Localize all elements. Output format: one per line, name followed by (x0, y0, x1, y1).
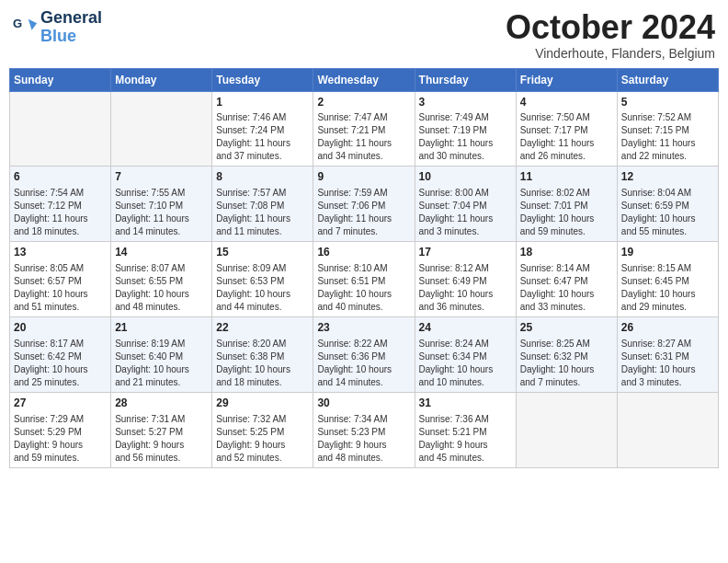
day-number: 27 (14, 396, 107, 411)
calendar-cell: 25Sunrise: 8:25 AMSunset: 6:32 PMDayligh… (516, 316, 617, 392)
day-number: 2 (317, 95, 410, 110)
day-number: 23 (317, 320, 410, 336)
calendar-cell: 3Sunrise: 7:49 AMSunset: 7:19 PMDaylight… (415, 91, 516, 167)
page-header: G General Blue October 2024 Vinderhoute,… (9, 9, 719, 61)
day-number: 5 (621, 95, 714, 110)
calendar-cell: 18Sunrise: 8:14 AMSunset: 6:47 PMDayligh… (516, 242, 617, 317)
calendar-cell (10, 91, 111, 167)
calendar-cell: 22Sunrise: 8:20 AMSunset: 6:38 PMDayligh… (212, 316, 313, 392)
day-number: 9 (317, 169, 410, 185)
svg-text:G: G (13, 17, 22, 30)
calendar-week-row: 20Sunrise: 8:17 AMSunset: 6:42 PMDayligh… (10, 316, 719, 392)
calendar-cell: 1Sunrise: 7:46 AMSunset: 7:24 PMDaylight… (212, 91, 313, 167)
calendar-cell: 15Sunrise: 8:09 AMSunset: 6:53 PMDayligh… (212, 242, 313, 317)
day-number: 16 (317, 245, 410, 260)
calendar-week-row: 27Sunrise: 7:29 AMSunset: 5:29 PMDayligh… (10, 392, 719, 467)
day-header-tuesday: Tuesday (212, 68, 313, 91)
calendar-header-row: SundayMondayTuesdayWednesdayThursdayFrid… (10, 68, 719, 91)
calendar-week-row: 1Sunrise: 7:46 AMSunset: 7:24 PMDaylight… (10, 91, 719, 167)
day-number: 29 (216, 396, 309, 411)
day-number: 7 (115, 169, 208, 185)
month-title: October 2024 (506, 9, 715, 46)
calendar-cell (111, 91, 212, 167)
calendar-cell: 12Sunrise: 8:04 AMSunset: 6:59 PMDayligh… (617, 167, 718, 242)
calendar-cell: 11Sunrise: 8:02 AMSunset: 7:01 PMDayligh… (516, 167, 617, 242)
calendar-cell: 14Sunrise: 8:07 AMSunset: 6:55 PMDayligh… (111, 242, 212, 317)
calendar-cell: 10Sunrise: 8:00 AMSunset: 7:04 PMDayligh… (415, 167, 516, 242)
location-subtitle: Vinderhoute, Flanders, Belgium (506, 46, 715, 61)
calendar-cell: 4Sunrise: 7:50 AMSunset: 7:17 PMDaylight… (516, 91, 617, 167)
day-number: 30 (317, 396, 410, 411)
logo: G General Blue (13, 9, 102, 46)
calendar-cell: 8Sunrise: 7:57 AMSunset: 7:08 PMDaylight… (212, 167, 313, 242)
calendar-cell (617, 392, 718, 467)
calendar-cell: 6Sunrise: 7:54 AMSunset: 7:12 PMDaylight… (10, 167, 111, 242)
title-block: October 2024 Vinderhoute, Flanders, Belg… (506, 9, 715, 61)
day-header-thursday: Thursday (415, 68, 516, 91)
day-number: 13 (14, 245, 107, 260)
calendar-cell: 30Sunrise: 7:34 AMSunset: 5:23 PMDayligh… (313, 392, 415, 467)
day-number: 4 (520, 95, 613, 110)
day-number: 28 (115, 396, 208, 411)
calendar-cell: 26Sunrise: 8:27 AMSunset: 6:31 PMDayligh… (617, 316, 718, 392)
day-number: 18 (520, 245, 613, 260)
day-number: 6 (14, 169, 107, 185)
calendar-cell: 28Sunrise: 7:31 AMSunset: 5:27 PMDayligh… (111, 392, 212, 467)
calendar-cell: 20Sunrise: 8:17 AMSunset: 6:42 PMDayligh… (10, 316, 111, 392)
calendar-week-row: 13Sunrise: 8:05 AMSunset: 6:57 PMDayligh… (10, 242, 719, 317)
calendar-cell: 31Sunrise: 7:36 AMSunset: 5:21 PMDayligh… (415, 392, 516, 467)
day-number: 10 (419, 169, 512, 185)
calendar-cell: 7Sunrise: 7:55 AMSunset: 7:10 PMDaylight… (111, 167, 212, 242)
day-number: 24 (419, 320, 512, 336)
calendar-cell: 21Sunrise: 8:19 AMSunset: 6:40 PMDayligh… (111, 316, 212, 392)
calendar-cell: 16Sunrise: 8:10 AMSunset: 6:51 PMDayligh… (313, 242, 415, 317)
day-number: 1 (216, 95, 309, 110)
day-number: 12 (621, 169, 714, 185)
logo-icon: G (13, 15, 39, 40)
calendar-cell: 27Sunrise: 7:29 AMSunset: 5:29 PMDayligh… (10, 392, 111, 467)
day-number: 25 (520, 320, 613, 336)
day-number: 8 (216, 169, 309, 185)
day-number: 31 (419, 396, 512, 411)
svg-marker-1 (28, 18, 37, 29)
day-header-friday: Friday (516, 68, 617, 91)
calendar-cell: 29Sunrise: 7:32 AMSunset: 5:25 PMDayligh… (212, 392, 313, 467)
calendar-cell: 23Sunrise: 8:22 AMSunset: 6:36 PMDayligh… (313, 316, 415, 392)
day-number: 26 (621, 320, 714, 336)
day-number: 20 (14, 320, 107, 336)
day-number: 21 (115, 320, 208, 336)
calendar-table: SundayMondayTuesdayWednesdayThursdayFrid… (9, 68, 719, 468)
day-number: 11 (520, 169, 613, 185)
day-header-monday: Monday (111, 68, 212, 91)
day-number: 3 (419, 95, 512, 110)
calendar-cell: 9Sunrise: 7:59 AMSunset: 7:06 PMDaylight… (313, 167, 415, 242)
calendar-cell: 17Sunrise: 8:12 AMSunset: 6:49 PMDayligh… (415, 242, 516, 317)
day-number: 15 (216, 245, 309, 260)
logo-text: General Blue (40, 9, 102, 46)
calendar-week-row: 6Sunrise: 7:54 AMSunset: 7:12 PMDaylight… (10, 167, 719, 242)
calendar-cell: 2Sunrise: 7:47 AMSunset: 7:21 PMDaylight… (313, 91, 415, 167)
day-header-wednesday: Wednesday (313, 68, 415, 91)
day-number: 14 (115, 245, 208, 260)
day-number: 22 (216, 320, 309, 336)
day-number: 17 (419, 245, 512, 260)
day-number: 19 (621, 245, 714, 260)
day-header-sunday: Sunday (10, 68, 111, 91)
calendar-cell: 19Sunrise: 8:15 AMSunset: 6:45 PMDayligh… (617, 242, 718, 317)
day-header-saturday: Saturday (617, 68, 718, 91)
calendar-cell: 13Sunrise: 8:05 AMSunset: 6:57 PMDayligh… (10, 242, 111, 317)
calendar-cell: 24Sunrise: 8:24 AMSunset: 6:34 PMDayligh… (415, 316, 516, 392)
calendar-cell: 5Sunrise: 7:52 AMSunset: 7:15 PMDaylight… (617, 91, 718, 167)
calendar-cell (516, 392, 617, 467)
